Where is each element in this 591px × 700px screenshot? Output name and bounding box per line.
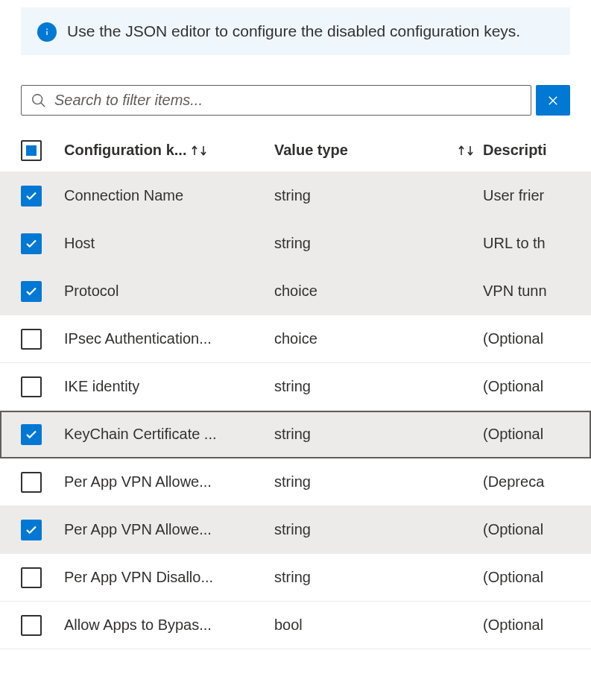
config-key-cell: Per App VPN Disallo... (64, 569, 213, 586)
row-checkbox[interactable] (21, 281, 42, 302)
row-checkbox[interactable] (21, 186, 42, 206)
config-key-cell: IPsec Authentication... (64, 330, 212, 347)
column-header-key[interactable]: Configuration k... (64, 142, 274, 159)
table-header-row: Configuration k... Value type Descripti (0, 129, 591, 172)
value-type-cell: string (274, 426, 311, 443)
value-type-cell: choice (274, 283, 317, 300)
column-header-type-label: Value type (274, 142, 348, 159)
description-cell: (Depreca (483, 473, 544, 491)
sort-icon (456, 142, 475, 159)
search-input[interactable] (54, 92, 522, 109)
table-row[interactable]: KeyChain Certificate ...string(Optional (0, 411, 591, 458)
column-header-key-label: Configuration k... (64, 142, 186, 159)
value-type-cell: bool (274, 617, 303, 634)
description-cell: (Optional (483, 330, 543, 347)
search-row (21, 85, 570, 116)
config-key-cell: Per App VPN Allowe... (64, 521, 212, 538)
row-checkbox[interactable] (21, 233, 42, 254)
column-header-type[interactable]: Value type (274, 142, 483, 159)
column-header-desc[interactable]: Descripti (483, 142, 591, 159)
column-header-desc-label: Descripti (483, 142, 547, 159)
search-box[interactable] (21, 85, 531, 116)
table-row[interactable]: Connection NamestringUser frier (0, 172, 591, 220)
table-row[interactable]: IKE identitystring(Optional (0, 363, 591, 411)
table-row[interactable]: Per App VPN Allowe...string(Optional (0, 506, 591, 554)
description-cell: (Optional (483, 378, 543, 395)
description-cell: (Optional (483, 521, 543, 538)
select-all-checkbox[interactable] (21, 140, 42, 161)
search-icon (31, 92, 47, 109)
close-icon (546, 94, 560, 107)
table-row[interactable]: Per App VPN Disallo...string(Optional (0, 554, 591, 602)
table-row[interactable]: ProtocolchoiceVPN tunn (0, 268, 591, 315)
value-type-cell: choice (274, 330, 317, 347)
value-type-cell: string (274, 235, 311, 252)
row-checkbox[interactable] (21, 615, 42, 636)
value-type-cell: string (274, 378, 311, 395)
value-type-cell: string (274, 187, 311, 204)
svg-line-1 (41, 103, 45, 107)
row-checkbox[interactable] (21, 424, 42, 445)
row-checkbox[interactable] (21, 472, 42, 493)
row-checkbox[interactable] (21, 567, 42, 588)
row-checkbox[interactable] (21, 376, 42, 397)
value-type-cell: string (274, 473, 311, 491)
config-key-cell: Protocol (64, 283, 118, 300)
table-row[interactable]: IPsec Authentication...choice(Optional (0, 315, 591, 363)
description-cell: URL to th (483, 235, 546, 252)
config-table: Configuration k... Value type Descripti … (0, 129, 591, 649)
table-row[interactable]: HoststringURL to th (0, 220, 591, 268)
config-key-cell: KeyChain Certificate ... (64, 426, 217, 443)
description-cell: (Optional (483, 569, 543, 586)
svg-point-0 (33, 95, 42, 104)
description-cell: VPN tunn (483, 283, 547, 300)
value-type-cell: string (274, 569, 311, 586)
config-key-cell: Per App VPN Allowe... (64, 473, 212, 491)
config-key-cell: IKE identity (64, 378, 139, 395)
description-cell: User frier (483, 187, 544, 204)
row-checkbox[interactable] (21, 520, 42, 540)
row-checkbox[interactable] (21, 329, 42, 350)
config-key-cell: Allow Apps to Bypas... (64, 617, 212, 634)
config-key-cell: Host (64, 235, 95, 252)
info-icon (37, 22, 57, 42)
sort-icon (189, 142, 209, 159)
info-banner-text: Use the JSON editor to configure the dis… (67, 21, 520, 42)
description-cell: (Optional (483, 617, 543, 634)
value-type-cell: string (274, 521, 311, 538)
table-row[interactable]: Per App VPN Allowe...string(Depreca (0, 458, 591, 506)
info-banner: Use the JSON editor to configure the dis… (21, 7, 570, 55)
description-cell: (Optional (483, 426, 543, 443)
table-row[interactable]: Allow Apps to Bypas...bool(Optional (0, 602, 591, 649)
config-key-cell: Connection Name (64, 187, 183, 204)
clear-search-button[interactable] (536, 85, 570, 116)
